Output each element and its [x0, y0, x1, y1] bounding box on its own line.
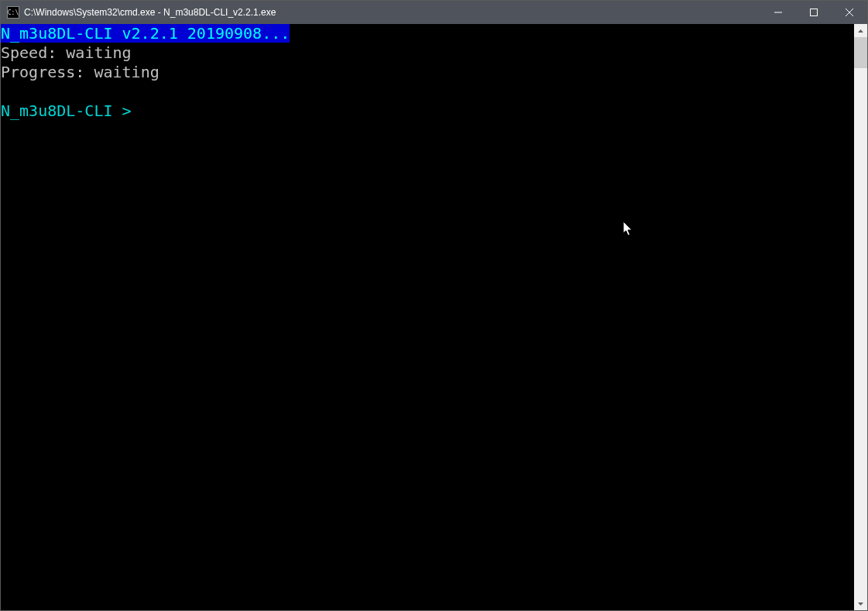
vertical-scrollbar[interactable] [854, 24, 867, 610]
banner-line: N_m3u8DL-CLI v2.2.1 20190908... [1, 24, 290, 43]
maximize-icon [810, 9, 818, 16]
scroll-track[interactable] [854, 37, 867, 597]
titlebar[interactable]: C:\ C:\Windows\System32\cmd.exe - N_m3u8… [1, 1, 867, 24]
minimize-icon [774, 9, 782, 16]
progress-label: Progress: [1, 63, 94, 81]
console-container: N_m3u8DL-CLI v2.2.1 20190908...Speed: wa… [1, 24, 867, 610]
scroll-up-button[interactable] [854, 24, 867, 37]
scroll-thumb[interactable] [854, 37, 867, 68]
window-controls [760, 1, 867, 24]
prompt: N_m3u8DL-CLI > [1, 101, 141, 120]
chevron-up-icon [858, 29, 863, 33]
speed-label: Speed: [1, 43, 66, 62]
scroll-down-button[interactable] [854, 597, 867, 610]
close-button[interactable] [832, 1, 867, 24]
minimize-button[interactable] [760, 1, 796, 24]
chevron-down-icon [858, 602, 863, 606]
cmd-icon: C:\ [7, 6, 19, 19]
window-title: C:\Windows\System32\cmd.exe - N_m3u8DL-C… [24, 7, 760, 18]
console-output[interactable]: N_m3u8DL-CLI v2.2.1 20190908...Speed: wa… [1, 24, 854, 610]
close-icon [846, 9, 853, 16]
svg-rect-0 [811, 9, 818, 16]
progress-value: waiting [94, 63, 159, 81]
cmd-window: C:\ C:\Windows\System32\cmd.exe - N_m3u8… [0, 0, 868, 611]
speed-value: waiting [66, 43, 131, 62]
maximize-button[interactable] [796, 1, 832, 24]
